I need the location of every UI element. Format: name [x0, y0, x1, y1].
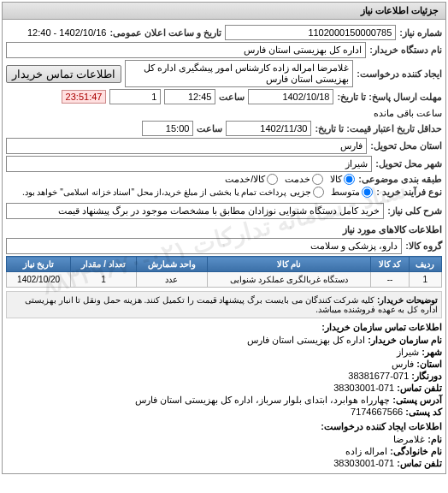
th-name: نام کالا [207, 257, 371, 272]
goods-group-value: دارو، پزشکی و سلامت [6, 238, 402, 254]
goods-section-title: اطلاعات کالاهای مورد نیاز [6, 224, 442, 235]
req-family-label: نام خانوادگی: [390, 446, 442, 456]
contact-section-title: اطلاعات تماس سازمان خریدار: [6, 322, 442, 333]
countdown-timer: 23:51:47 [62, 90, 107, 104]
contact-phone: 071-38303001 [333, 383, 394, 393]
purchase-note: پرداخت تمام یا بخشی از مبلغ خرید،از محل … [22, 187, 286, 197]
buyer-note-label: توضیحات خریدار: [377, 295, 438, 305]
buyer-note-text: کلیه شرکت کنندگان می بایست برگ پیشنهاد ق… [25, 295, 438, 314]
goods-group-label: گروه کالا: [405, 241, 442, 252]
cell-code: -- [371, 272, 410, 288]
contact-province-label: استان: [416, 359, 442, 369]
purchase-option-medium[interactable]: متوسط [331, 187, 373, 198]
packaging-radio-khedmat[interactable] [312, 174, 323, 185]
purchase-radio-medium[interactable] [362, 187, 373, 198]
packaging-radio-both[interactable] [267, 174, 278, 185]
purchase-type-radio-group: متوسط جزیی [290, 187, 373, 198]
contact-phone-label: تلفن تماس: [397, 383, 442, 393]
packaging-option-khedmat[interactable]: خدمت [285, 174, 323, 185]
table-row: 1 -- دستگاه غربالگری عملکرد شنوایی عدد 1… [7, 272, 442, 288]
public-datetime-value: 1402/10/16 - 12:40 [27, 27, 106, 38]
description-label: شرح کلی نیاز: [387, 205, 442, 217]
deadline-label: مهلت ارسال پاسخ: تا تاریخ: [337, 92, 442, 103]
validity-label: حداقل تاریخ اعتبار قیمت: تا تاریخ: [315, 123, 442, 134]
goods-table: ردیف کد کالا نام کالا واحد شمارش تعداد /… [6, 256, 442, 288]
contact-city-label: شهر: [421, 347, 442, 357]
validity-time: 15:00 [142, 121, 193, 136]
contact-postal-label: کد پستی: [405, 407, 442, 417]
th-qty: تعداد / مقدار [71, 257, 137, 272]
packaging-option-both[interactable]: کالا/خدمت [225, 174, 278, 185]
requester-value: غلامرضا امراله زاده کارشناس امور پیشگیری… [125, 60, 353, 87]
packaging-radio-group: کالا خدمت کالا/خدمت [225, 174, 355, 185]
org-name-label: نام دستگاه خریدار: [369, 45, 442, 56]
cell-row: 1 [409, 272, 441, 288]
purchase-radio-small[interactable] [313, 187, 324, 198]
panel-title: جزئیات اطلاعات نیاز [3, 3, 445, 20]
purchase-option-small[interactable]: جزیی [290, 187, 324, 198]
req-name: غلامرضا [393, 434, 425, 444]
packaging-option-kala[interactable]: کالا [330, 174, 355, 185]
contact-org-label: نام سازمان خریدار: [368, 335, 442, 345]
city-label: شهر محل تحویل: [375, 158, 442, 169]
cell-qty: 1 [71, 272, 137, 288]
validity-date: 1402/11/30 [226, 121, 311, 136]
packaging-radio-kala[interactable] [344, 174, 355, 185]
requester-section-title: اطلاعات ایجاد کننده درخواست: [6, 421, 442, 432]
th-code: کد کالا [371, 257, 410, 272]
province-label: استان محل تحویل: [370, 140, 442, 151]
contact-province: فارس [392, 359, 414, 369]
contact-fax-label: دورنگار: [411, 371, 442, 381]
contact-city: شیراز [397, 347, 419, 357]
org-name-value: اداره کل بهزیستی استان فارس [6, 42, 366, 58]
contact-info-button[interactable]: اطلاعات تماس خریدار [6, 65, 121, 83]
request-number-value: 1102000150000785 [225, 25, 396, 40]
time-label-1: ساعت [219, 92, 245, 103]
contact-address: چهارراه هوابرد، ابتدای بلوار سرباز، ادار… [135, 395, 391, 405]
requester-label: ایجاد کننده درخواست: [357, 68, 442, 80]
main-panel: جزئیات اطلاعات نیاز شماره نیاز: 11020001… [2, 2, 446, 474]
deadline-date: 1402/10/18 [248, 89, 333, 104]
public-datetime-label: تاریخ و ساعت اعلان عمومی: [109, 27, 221, 39]
time-label-2: ساعت [197, 123, 222, 134]
contact-postal: 7174667566 [351, 407, 403, 417]
th-unit: واحد شمارش [137, 257, 208, 272]
req-name-label: نام: [427, 434, 442, 444]
req-family: امراله زاده [345, 446, 387, 456]
request-number-label: شماره نیاز: [399, 27, 442, 39]
day-count: 1 [109, 89, 161, 104]
th-row: ردیف [409, 257, 441, 272]
contact-org: اداره کل بهزیستی استان فارس [247, 335, 365, 345]
city-value: شیراز [6, 156, 372, 172]
buyer-note-box: توضیحات خریدار: کلیه شرکت کنندگان می بای… [6, 291, 442, 318]
contact-address-label: آدرس پستی: [392, 395, 442, 405]
deadline-time: 12:45 [164, 89, 215, 104]
req-phone-label: تلفن تماس: [397, 458, 442, 468]
cell-name: دستگاه غربالگری عملکرد شنوایی [207, 272, 371, 288]
description-text: خرید کامل دستگاه شنوایی نوزادان مطابق با… [6, 203, 384, 219]
packaging-label: طبقه بندی موضوعی: [358, 174, 442, 185]
remaining-label: ساعت باقی مانده [374, 108, 442, 119]
purchase-type-label: نوع فرآیند خرید : [376, 187, 442, 198]
th-date: تاریخ نیاز [7, 257, 71, 272]
cell-unit: عدد [137, 272, 208, 288]
cell-date: 1402/10/20 [7, 272, 71, 288]
req-phone: 071-38303001 [333, 458, 394, 468]
province-value: فارس [6, 138, 367, 154]
contact-fax: 071-38381677 [348, 371, 409, 381]
